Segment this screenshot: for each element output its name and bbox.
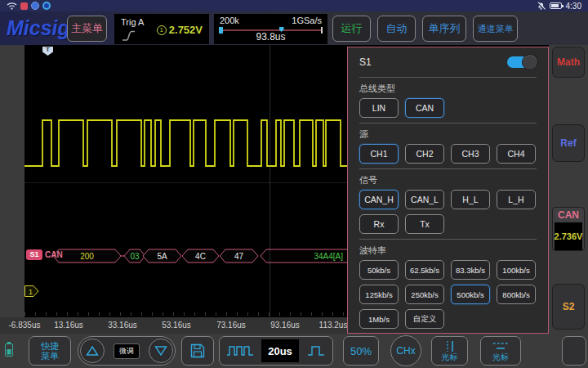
can-indicator-label: CAN (558, 208, 579, 222)
divider (359, 77, 537, 78)
math-button[interactable]: Math (552, 47, 585, 78)
ch1-trace (24, 120, 347, 166)
timebase-status-box[interactable]: 200k 1GSa/s 93.8us (214, 14, 327, 44)
svg-text:1: 1 (29, 288, 33, 296)
option-50kb-s[interactable]: 50kb/s (359, 260, 399, 280)
brand-logo: Micsig (7, 16, 70, 40)
status-left-icons (7, 2, 51, 10)
single-seq-button[interactable]: 单序列 (422, 16, 466, 42)
cursor-horizontal-icon (492, 340, 510, 352)
time-axis-label: 33.16us (108, 321, 137, 330)
option-500kb-s[interactable]: 500kb/s (451, 285, 490, 304)
s1-enable-toggle[interactable] (507, 56, 537, 68)
quick-menu-button[interactable]: 快捷菜单 (29, 336, 71, 366)
top-toolbar: Micsig 主菜单 Trig A 1 2.752V 200k 1GSa/s 9… (0, 11, 588, 45)
source-label: 源 (359, 128, 537, 141)
option-ch2[interactable]: CH2 (405, 144, 444, 164)
time-axis-label: -6.835us (9, 321, 41, 330)
decode-frame-value: 200 (80, 252, 94, 261)
time-axis-label: 113.2us (319, 321, 348, 330)
rising-edge-icon (121, 29, 137, 42)
vertical-cursor-button[interactable]: 光标 (431, 336, 468, 366)
app-icon-blue-2 (42, 2, 51, 10)
option--[interactable]: 自定义 (405, 309, 444, 329)
trigger-label: Trig A (121, 17, 144, 27)
option-rx[interactable]: Rx (359, 214, 399, 234)
decode-bus-label: CAN (45, 250, 63, 259)
graticule-vline (270, 45, 270, 317)
serial-decode-panel: S1 总线类型 LINCAN 源 CH1CH2CH3CH4 信号 CAN_HCA… (347, 47, 549, 334)
step-down-button[interactable] (149, 339, 173, 363)
main-menu-button[interactable]: 主菜单 (67, 16, 107, 42)
option-can[interactable]: CAN (405, 98, 444, 118)
option-125kb-s[interactable]: 125kb/s (359, 285, 399, 304)
decode-frame-value: 4C (195, 252, 206, 261)
option-l-h[interactable]: L_H (497, 190, 536, 209)
divider (359, 239, 537, 240)
stepper-group: 微调 (78, 336, 176, 366)
divider (359, 168, 537, 169)
baud-rate-label: 波特率 (359, 245, 537, 257)
trigger-status-box[interactable]: Trig A 1 2.752V (114, 14, 209, 44)
option-62-5kb-s[interactable]: 62.5kb/s (405, 260, 444, 280)
step-up-button[interactable] (80, 339, 105, 363)
option-ch1[interactable]: CH1 (359, 144, 399, 164)
single-pulse-icon[interactable] (306, 343, 326, 358)
cursor-v-label: 光标 (442, 352, 458, 361)
bus-type-section: 总线类型 LINCAN (359, 83, 537, 118)
time-axis-label: 93.16us (270, 321, 300, 330)
option-tx[interactable]: Tx (405, 214, 444, 234)
time-window: 93.8us (214, 31, 327, 43)
bottom-toolbar: 快捷菜单 微调 20us (0, 334, 588, 368)
memory-depth: 200k (220, 16, 239, 25)
option-h-l[interactable]: H_L (451, 190, 490, 209)
up-triangle-icon (86, 345, 99, 357)
option-ch4[interactable]: CH4 (497, 144, 536, 164)
sample-rate: 1GSa/s (292, 16, 322, 25)
option-83-3kb-s[interactable]: 83.3kb/s (451, 260, 490, 280)
right-sidebar: Math Ref CAN 2.736V S2 (549, 45, 588, 334)
channel-select-button[interactable]: CHx (390, 335, 421, 366)
status-bar: 4:30 (0, 0, 588, 11)
option-1mb-s[interactable]: 1Mb/s (359, 309, 399, 329)
oscilloscope-screen: 4:30 Micsig 主菜单 Trig A 1 2.752V 200k 1GS… (0, 0, 588, 368)
option-250kb-s[interactable]: 250kb/s (405, 285, 444, 304)
save-button[interactable] (181, 336, 214, 366)
multi-pulse-icon[interactable] (226, 343, 254, 358)
fine-tune-button[interactable]: 微调 (114, 343, 140, 359)
time-axis: -6.835us13.16us33.16us53.16us73.16us93.1… (0, 317, 350, 334)
trigger-position-50-button[interactable]: 50% (343, 336, 379, 366)
auto-button[interactable]: 自动 (377, 16, 416, 42)
option-100kb-s[interactable]: 100kb/s (497, 260, 536, 280)
save-icon (189, 343, 206, 359)
divider (359, 123, 537, 123)
signal-section: 信号 CAN_HCAN_LH_LL_HRxTx (359, 174, 537, 234)
trigger-source-icon: 1 (157, 25, 167, 35)
option-ch3[interactable]: CH3 (451, 144, 490, 164)
app-icon-blue-1 (31, 2, 39, 10)
trigger-level: 2.752V (169, 24, 203, 36)
decode-slot-badge: S1 (26, 249, 42, 260)
option-800kb-s[interactable]: 800kb/s (497, 285, 536, 304)
battery-indicator-icon (5, 342, 13, 357)
decode-frame-value: 47 (234, 252, 244, 261)
s2-button[interactable]: S2 (552, 284, 585, 330)
can-threshold-value: 2.736V (555, 222, 583, 250)
option-can-l[interactable]: CAN_L (405, 190, 444, 209)
option-lin[interactable]: LIN (359, 98, 399, 118)
option-can-h[interactable]: CAN_H (359, 190, 399, 209)
horizontal-cursor-button[interactable]: 光标 (480, 336, 521, 366)
time-axis-label: 73.16us (216, 321, 246, 330)
ref-button[interactable]: Ref (552, 124, 585, 162)
channel-menu-button[interactable]: 通道菜单 (473, 16, 518, 42)
mute-icon (537, 2, 546, 11)
spare-button[interactable] (562, 336, 586, 366)
source-options: CH1CH2CH3CH4 (359, 144, 537, 164)
decode-frame-value: 03 (130, 252, 140, 261)
toggle-knob[interactable] (522, 54, 538, 70)
run-button[interactable]: 运行 (332, 16, 371, 42)
can-channel-indicator[interactable]: CAN 2.736V (552, 207, 585, 251)
time-per-div-display[interactable]: 20us (261, 339, 299, 362)
time-axis-label: 13.16us (54, 321, 83, 330)
channel1-marker[interactable]: 1 (24, 285, 39, 297)
